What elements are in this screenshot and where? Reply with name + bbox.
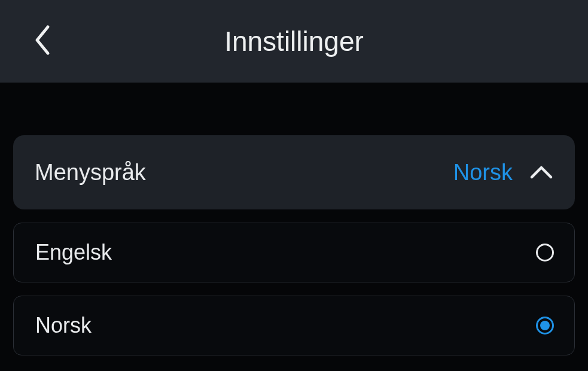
back-button[interactable] xyxy=(33,25,51,58)
page-title: Innstillinger xyxy=(0,25,588,57)
language-option-norsk[interactable]: Norsk xyxy=(13,296,575,355)
language-option-label: Engelsk xyxy=(35,240,536,265)
radio-selected-icon xyxy=(536,317,554,334)
content: Menyspråk Norsk Engelsk Norsk xyxy=(0,83,588,355)
language-option-engelsk[interactable]: Engelsk xyxy=(13,223,575,282)
chevron-up-icon xyxy=(529,165,553,180)
radio-unselected-icon xyxy=(536,244,554,261)
language-option-label: Norsk xyxy=(35,313,536,338)
menu-language-selected-value: Norsk xyxy=(453,160,513,186)
header: Innstillinger xyxy=(0,0,588,83)
menu-language-dropdown[interactable]: Menyspråk Norsk xyxy=(13,135,575,209)
menu-language-label: Menyspråk xyxy=(35,160,453,186)
chevron-left-icon xyxy=(33,47,51,57)
